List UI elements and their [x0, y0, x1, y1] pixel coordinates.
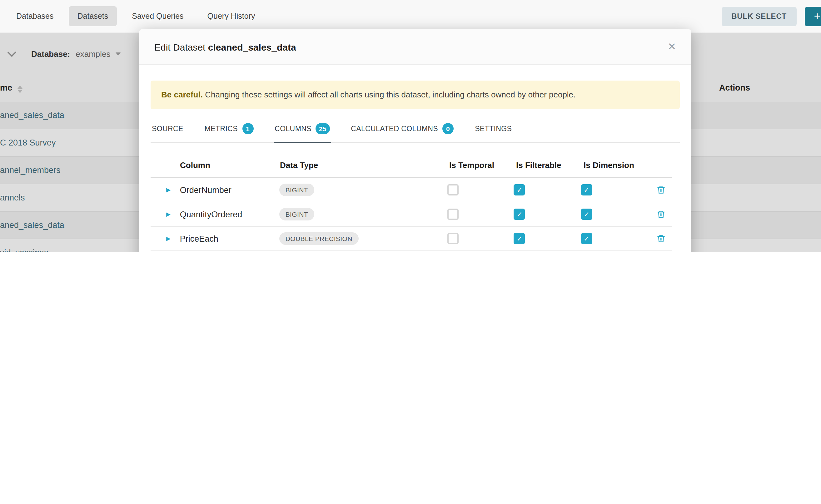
data-type-pill: DOUBLE PRECISION	[279, 232, 358, 245]
trash-icon[interactable]	[657, 185, 665, 194]
modal-title: Edit Dataset cleaned_sales_data	[154, 42, 296, 52]
tab-settings-label: SETTINGS	[475, 125, 512, 132]
topbar-actions: BULK SELECT +	[721, 7, 821, 26]
check-icon: ✓	[517, 235, 522, 242]
column-name: OrderNumber	[180, 185, 279, 195]
column-row: ▶ QuantityOrdered BIGINT ✓ ✓ ✓	[151, 202, 672, 227]
expand-caret-icon[interactable]: ▶	[166, 235, 180, 242]
is-dimension-checkbox[interactable]: ✓	[581, 184, 592, 195]
nav-tab-saved-queries[interactable]: Saved Queries	[123, 6, 192, 26]
check-icon: ✓	[517, 186, 522, 193]
check-icon: ✓	[517, 211, 522, 218]
tab-metrics[interactable]: METRICS 1	[203, 123, 255, 143]
trash-icon[interactable]	[657, 210, 665, 219]
close-icon[interactable]: ✕	[668, 42, 676, 52]
header-column: Column	[180, 161, 280, 170]
app: Databases Datasets Saved Queries Query H…	[0, 0, 821, 252]
header-data-type: Data Type	[280, 161, 449, 170]
tab-metrics-label: METRICS	[205, 125, 238, 132]
column-row: ▶ OrderLineNumber BIGINT ✓ ✓ ✓	[151, 251, 672, 252]
is-filterable-checkbox[interactable]: ✓	[514, 233, 525, 244]
header-is-dimension: Is Dimension	[584, 161, 660, 170]
warning-text: Changing these settings will affect all …	[203, 90, 576, 99]
nav-tab-databases[interactable]: Databases	[7, 6, 62, 26]
tab-source-label: SOURCE	[152, 125, 183, 132]
data-type-pill: BIGINT	[279, 208, 314, 220]
data-type-pill: BIGINT	[279, 184, 314, 196]
column-row: ▶ PriceEach DOUBLE PRECISION ✓ ✓ ✓	[151, 227, 672, 251]
metrics-count-badge: 1	[242, 123, 253, 134]
is-filterable-checkbox[interactable]: ✓	[514, 209, 525, 220]
nav-tab-query-history[interactable]: Query History	[199, 6, 264, 26]
is-filterable-checkbox[interactable]: ✓	[514, 184, 525, 195]
tab-settings[interactable]: SETTINGS	[474, 123, 513, 143]
warning-bold-text: Be careful.	[161, 90, 203, 99]
expand-caret-icon[interactable]: ▶	[166, 211, 180, 217]
is-dimension-checkbox[interactable]: ✓	[581, 209, 592, 220]
bulk-select-button[interactable]: BULK SELECT	[721, 7, 797, 26]
modal-tabs: SOURCE METRICS 1 COLUMNS 25 CALCULATED C…	[151, 123, 680, 143]
columns-count-badge: 25	[316, 123, 329, 134]
expand-caret-icon[interactable]: ▶	[166, 187, 180, 193]
column-row: ▶ OrderNumber BIGINT ✓ ✓ ✓	[151, 178, 672, 202]
warning-banner: Be careful. Changing these settings will…	[151, 81, 680, 109]
add-dataset-button[interactable]: +	[805, 7, 821, 26]
tab-columns[interactable]: COLUMNS 25	[273, 123, 331, 143]
tab-columns-label: COLUMNS	[274, 125, 311, 132]
tab-calculated-columns[interactable]: CALCULATED COLUMNS 0	[349, 123, 455, 143]
tab-calculated-columns-label: CALCULATED COLUMNS	[351, 125, 438, 132]
is-dimension-checkbox[interactable]: ✓	[581, 233, 592, 244]
check-icon: ✓	[584, 235, 589, 242]
columns-table: Column Data Type Is Temporal Is Filterab…	[151, 153, 672, 252]
header-is-temporal: Is Temporal	[449, 161, 516, 170]
trash-icon[interactable]	[657, 234, 665, 243]
modal-title-prefix: Edit Dataset	[154, 42, 205, 52]
tab-source[interactable]: SOURCE	[151, 123, 185, 143]
is-temporal-checkbox[interactable]: ✓	[448, 233, 459, 244]
is-temporal-checkbox[interactable]: ✓	[448, 209, 459, 220]
modal-title-dataset-name: cleaned_sales_data	[208, 42, 296, 52]
columns-table-header: Column Data Type Is Temporal Is Filterab…	[151, 153, 672, 178]
column-name: QuantityOrdered	[180, 210, 279, 219]
is-temporal-checkbox[interactable]: ✓	[448, 184, 459, 195]
check-icon: ✓	[584, 211, 589, 218]
plus-icon: +	[814, 10, 820, 23]
modal-header: Edit Dataset cleaned_sales_data ✕	[139, 29, 691, 65]
edit-dataset-modal: Edit Dataset cleaned_sales_data ✕ Be car…	[139, 29, 691, 252]
check-icon: ✓	[584, 186, 589, 193]
calculated-columns-count-badge: 0	[443, 123, 454, 134]
header-is-filterable: Is Filterable	[516, 161, 584, 170]
column-name: PriceEach	[180, 234, 279, 243]
top-navigation: Databases Datasets Saved Queries Query H…	[0, 0, 821, 33]
modal-body: Be careful. Changing these settings will…	[139, 65, 691, 252]
nav-tab-datasets[interactable]: Datasets	[69, 6, 117, 26]
